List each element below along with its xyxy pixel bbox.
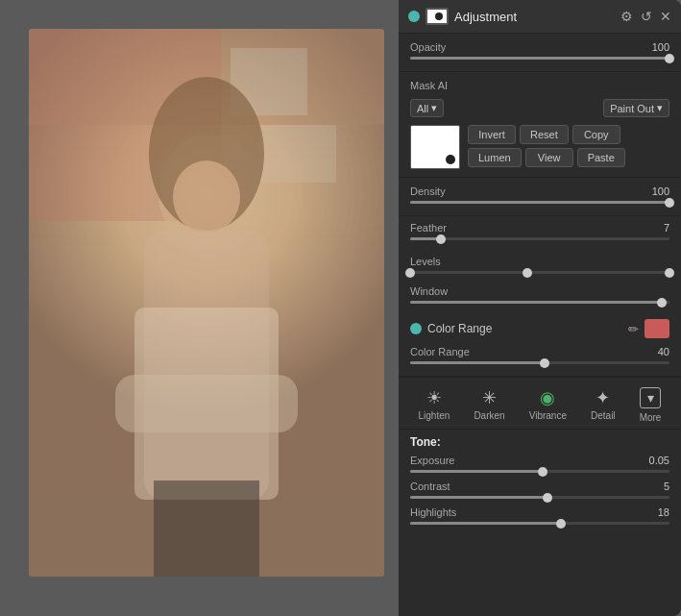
close-icon[interactable]: ✕: [660, 9, 671, 24]
contrast-label: Contrast: [410, 480, 450, 492]
invert-button[interactable]: Invert: [468, 125, 516, 144]
gear-icon[interactable]: ⚙: [620, 9, 633, 24]
feather-slider[interactable]: [410, 237, 669, 240]
paint-out-select-button[interactable]: Paint Out ▾: [603, 99, 669, 117]
color-range-sub-label: Color Range: [410, 346, 470, 357]
reset-button[interactable]: Reset: [520, 125, 569, 144]
exposure-slider[interactable]: [410, 470, 669, 473]
opacity-label: Opacity: [410, 41, 446, 53]
color-range-value: 40: [658, 346, 669, 357]
svg-point-12: [435, 12, 443, 20]
density-section: Density 100: [399, 178, 681, 216]
more-icon: ▾: [640, 387, 661, 408]
svg-rect-8: [115, 375, 298, 432]
panel-title: Adjustment: [454, 10, 615, 24]
tab-darken[interactable]: ✳ Darken: [474, 389, 504, 421]
mask-ai-section: Mask AI All ▾ Paint Out ▾ Invert: [399, 72, 681, 178]
lumen-button[interactable]: Lumen: [468, 148, 522, 167]
svg-rect-9: [154, 480, 259, 577]
tabs-row: ☀ Lighten ✳ Darken ◉ Vibrance ✦ Detail ▾…: [399, 377, 681, 429]
header-dot: [408, 11, 420, 22]
color-range-dot[interactable]: [410, 323, 422, 334]
copy-button[interactable]: Copy: [572, 125, 620, 144]
undo-icon[interactable]: ↺: [641, 9, 652, 24]
color-range-thumb[interactable]: [540, 358, 549, 368]
density-label: Density: [410, 185, 446, 197]
tab-detail[interactable]: ✦ Detail: [591, 389, 616, 421]
mask-thumbnail: [410, 125, 460, 169]
contrast-row: Contrast 5: [410, 480, 669, 499]
exposure-value: 0.05: [649, 455, 669, 466]
exposure-label: Exposure: [410, 455, 454, 466]
color-range-row: Color Range ✏: [399, 313, 681, 344]
color-range-slider-section: Color Range 40: [399, 344, 681, 376]
svg-point-10: [173, 160, 240, 234]
more-label: More: [640, 412, 662, 423]
all-select-button[interactable]: All ▾: [410, 99, 444, 117]
feather-thumb[interactable]: [436, 234, 446, 244]
opacity-section: Opacity 100: [399, 34, 681, 72]
highlights-label: Highlights: [410, 506, 456, 518]
levels-thumb-3[interactable]: [665, 268, 674, 278]
darken-icon: ✳: [482, 389, 497, 407]
highlights-thumb[interactable]: [556, 519, 566, 529]
svg-rect-3: [259, 125, 336, 183]
eyedropper-icon[interactable]: ✏: [628, 322, 639, 336]
tab-more[interactable]: ▾ More: [640, 387, 662, 423]
vibrance-icon: ◉: [540, 389, 555, 407]
lighten-icon: ☀: [426, 389, 442, 407]
levels-slider[interactable]: [410, 271, 669, 274]
exposure-thumb[interactable]: [538, 467, 547, 477]
mask-ai-label: Mask AI: [410, 80, 448, 91]
header-thumb: [426, 8, 449, 25]
levels-label: Levels: [410, 256, 441, 267]
opacity-slider[interactable]: [410, 57, 669, 60]
tab-lighten[interactable]: ☀ Lighten: [419, 389, 450, 421]
exposure-row: Exposure 0.05: [410, 455, 669, 473]
panel-header: Adjustment ⚙ ↺ ✕: [399, 0, 681, 34]
highlights-value: 18: [658, 506, 669, 518]
opacity-value: 100: [652, 41, 669, 53]
levels-thumb-2[interactable]: [523, 268, 532, 278]
contrast-thumb[interactable]: [543, 493, 552, 503]
window-slider[interactable]: [410, 301, 669, 304]
window-section: Window: [399, 283, 681, 313]
feather-label: Feather: [410, 222, 447, 234]
paste-button[interactable]: Paste: [577, 148, 625, 167]
levels-thumb-1[interactable]: [405, 268, 415, 278]
window-thumb[interactable]: [657, 298, 667, 308]
darken-label: Darken: [474, 410, 504, 421]
highlights-slider[interactable]: [410, 522, 669, 525]
density-slider[interactable]: [410, 201, 669, 204]
adjustment-panel: Adjustment ⚙ ↺ ✕ Opacity 100 Mask AI: [399, 0, 681, 616]
density-value: 100: [652, 185, 669, 197]
detail-label: Detail: [591, 410, 616, 421]
color-range-slider[interactable]: [410, 361, 669, 364]
detail-icon: ✦: [596, 389, 610, 407]
color-range-label: Color Range: [427, 322, 622, 335]
lighten-label: Lighten: [419, 410, 450, 421]
vibrance-label: Vibrance: [529, 410, 567, 421]
photo-area: [29, 29, 384, 577]
contrast-value: 5: [664, 480, 669, 492]
view-button[interactable]: View: [525, 148, 573, 167]
density-thumb[interactable]: [665, 198, 674, 208]
tone-label: Tone:: [410, 435, 441, 449]
tone-section: Tone: Exposure 0.05 Contrast 5: [399, 430, 681, 534]
highlights-row: Highlights 18: [410, 506, 669, 525]
color-swatch[interactable]: [645, 319, 669, 338]
feather-section: Feather 7: [399, 216, 681, 250]
feather-value: 7: [664, 222, 669, 234]
opacity-thumb[interactable]: [665, 54, 674, 63]
window-label: Window: [410, 285, 448, 297]
tab-vibrance[interactable]: ◉ Vibrance: [529, 389, 567, 421]
contrast-slider[interactable]: [410, 496, 669, 499]
levels-section: Levels: [399, 250, 681, 283]
